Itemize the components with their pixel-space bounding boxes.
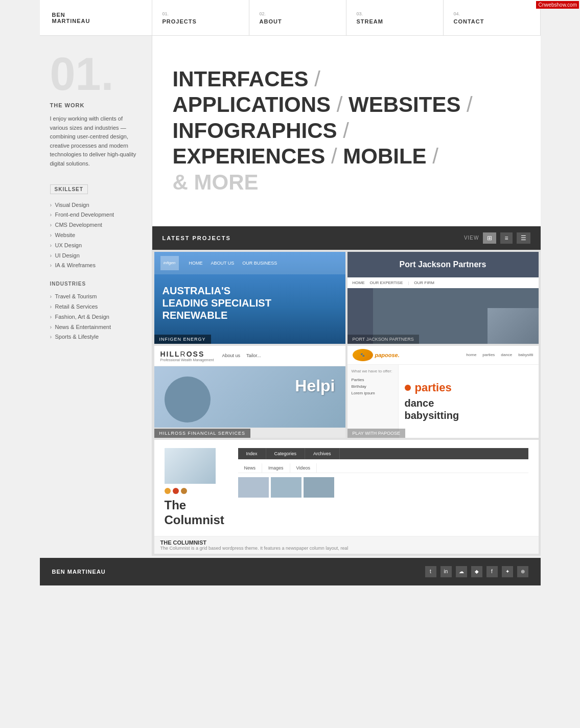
- hr-person: [165, 377, 211, 422]
- infigen-nav: infigen HOME ABOUT US OUR BUSINESS: [154, 252, 345, 274]
- col-nav-bar: Index Categories Archives: [238, 448, 528, 459]
- hr-logo-group: HILLROSS Professional Wealth Management: [160, 350, 214, 362]
- pp-nav-dance: dance: [501, 353, 512, 357]
- hero-line1: INTERFACES /: [173, 67, 320, 91]
- hero-section: INTERFACES / APPLICATIONS / WEBSITES / I…: [152, 36, 541, 226]
- infigen-logo: infigen: [160, 256, 179, 270]
- view-grid-btn[interactable]: ⊞: [483, 232, 496, 244]
- skill-item: CMS Development: [50, 220, 142, 230]
- projects-header: LATEST PROJECTS VIEW ⊞ ≡ ☰: [152, 226, 541, 250]
- pj-title: Port Jackson Partners: [356, 260, 530, 269]
- project-card-columnist[interactable]: TheColumnist Index Categories Archives N…: [154, 440, 539, 554]
- nav-item-stream[interactable]: 03. STREAM: [346, 0, 444, 35]
- skillset-section: SKILLSET Visual DesignFront-end Developm…: [50, 184, 142, 271]
- twitter-icon[interactable]: t: [425, 566, 436, 577]
- pp-item-lorem: Lorem ipsum: [352, 390, 394, 396]
- hero-line4: EXPERIENCES / MOBILE /: [173, 144, 438, 168]
- star-icon[interactable]: ✦: [502, 566, 513, 577]
- col-thumb-3: [304, 477, 334, 498]
- projects-title: LATEST PROJECTS: [163, 235, 231, 241]
- skill-item: Front-end Development: [50, 210, 142, 220]
- col-label-text: The Columnist is a grid based wordpress …: [160, 546, 532, 551]
- skill-item: IA & Wireframes: [50, 261, 142, 271]
- pp-body: What we have to offer: Parties Birthday …: [347, 365, 539, 438]
- industry-item: Travel & Tourism: [50, 292, 142, 302]
- diamond-icon[interactable]: ◆: [471, 566, 482, 577]
- pj-nav-expertise: OUR EXPERTISE: [370, 280, 403, 285]
- pp-offer-title: What we have to offer:: [352, 369, 394, 373]
- project-card-portjackson[interactable]: Port Jackson Partners HOME OUR EXPERTISE…: [347, 252, 539, 344]
- nav-label: ABOUT: [260, 18, 336, 25]
- col-sub-nav: News Images Videos: [238, 463, 528, 473]
- watermark: Cnwebshow.com: [536, 1, 540, 9]
- hr-nav-tailor: Tailor...: [246, 353, 261, 358]
- infigen-headline: AUSTRALIA'SLEADING SPECIALISTRENEWABLE: [163, 285, 337, 321]
- view-compact-btn[interactable]: ☰: [517, 232, 530, 244]
- nav-item-about[interactable]: 02. ABOUT: [249, 0, 346, 35]
- infigen-body: AUSTRALIA'SLEADING SPECIALISTRENEWABLE: [154, 274, 345, 344]
- infigen-nav-about: ABOUT US: [211, 261, 235, 266]
- nav-item-contact[interactable]: 04. CONTACT: [444, 0, 541, 35]
- skill-item: Website: [50, 230, 142, 241]
- hr-nav-about: About us: [222, 353, 240, 358]
- col-nav-categories: Categories: [266, 448, 306, 459]
- hero-line5: & MORE: [173, 170, 259, 194]
- col-label-title: THE COLUMNIST: [160, 539, 532, 546]
- skill-item: Visual Design: [50, 200, 142, 210]
- pp-category-dance: dance: [405, 397, 532, 409]
- header: BEN MARTINEAU 01. PROJECTS 02. ABOUT 03.…: [40, 0, 541, 36]
- nav-number: 01.: [163, 11, 239, 16]
- hr-body: Helpi: [154, 366, 345, 438]
- col-nav-archives: Archives: [305, 448, 340, 459]
- main-nav: 01. PROJECTS 02. ABOUT 03. STREAM 04. CO…: [152, 0, 541, 35]
- pp-top: 🐾 papoose. home parties dance babysitti: [347, 346, 539, 365]
- infigen-nav-business: OUR BUSINESS: [242, 261, 277, 266]
- infigen-nav-links: HOME ABOUT US OUR BUSINESS: [189, 261, 277, 266]
- pp-nav-babysitting: babysitti: [518, 353, 533, 357]
- projects-section: LATEST PROJECTS VIEW ⊞ ≡ ☰ infigen: [152, 226, 541, 556]
- facebook-icon[interactable]: f: [486, 566, 498, 577]
- view-list-btn[interactable]: ≡: [500, 232, 512, 244]
- col-nav-index: Index: [238, 448, 266, 459]
- infigen-logo-text: infigen: [164, 261, 176, 265]
- pj-person: [488, 308, 539, 344]
- sidebar-description: I enjoy working with clients of various …: [50, 114, 142, 169]
- pp-item-parties: Parties: [352, 377, 394, 383]
- project-card-hillross[interactable]: HILLROSS Professional Wealth Management …: [154, 346, 345, 438]
- cloud-icon[interactable]: ☁: [456, 566, 467, 577]
- pj-title-bar: Port Jackson Partners: [347, 252, 539, 277]
- nav-label: PROJECTS: [163, 18, 239, 25]
- projects-grid: infigen HOME ABOUT US OUR BUSINESS AUSTR…: [152, 250, 541, 556]
- infigen-mockup: infigen HOME ABOUT US OUR BUSINESS AUSTR…: [154, 252, 345, 344]
- nav-item-projects[interactable]: 01. PROJECTS: [152, 0, 249, 35]
- industry-item: Sports & Lifestyle: [50, 332, 142, 342]
- col-thumb-1: [238, 477, 269, 498]
- logo[interactable]: BEN MARTINEAU: [40, 0, 152, 35]
- industry-item: Retail & Services: [50, 302, 142, 312]
- hr-headline: Helpi: [295, 377, 335, 395]
- pp-nav-home: home: [466, 353, 476, 357]
- section-number: 01.: [50, 51, 142, 97]
- hr-nav: HILLROSS Professional Wealth Management …: [154, 346, 345, 366]
- content-area: INTERFACES / APPLICATIONS / WEBSITES / I…: [152, 36, 541, 556]
- skill-item: UI Design: [50, 251, 142, 261]
- project-card-papoose[interactable]: 🐾 papoose. home parties dance babysitti: [347, 346, 539, 438]
- col-content: TheColumnist Index Categories Archives N…: [154, 440, 539, 536]
- nav-label: STREAM: [357, 18, 433, 25]
- col-title: TheColumnist: [165, 498, 226, 528]
- linkedin-icon[interactable]: in: [440, 566, 452, 577]
- hero-line3: INFOGRAPHICS /: [173, 119, 349, 143]
- hr-nav-links: About us Tailor...: [222, 353, 261, 358]
- pj-nav-home: HOME: [353, 280, 365, 285]
- infigen-nav-home: HOME: [189, 261, 203, 266]
- columnist-mockup: TheColumnist Index Categories Archives N…: [154, 440, 539, 554]
- view-label: VIEW: [464, 235, 479, 241]
- hr-logo: HILLROSS: [160, 350, 214, 358]
- circle-icon[interactable]: ⊕: [517, 566, 528, 577]
- hero-title: INTERFACES / APPLICATIONS / WEBSITES / I…: [173, 66, 520, 195]
- col-label-bar: THE COLUMNIST The Columnist is a grid ba…: [154, 536, 539, 554]
- pp-item-birthday: Birthday: [352, 383, 394, 390]
- hero-line2: APPLICATIONS / WEBSITES /: [173, 92, 473, 116]
- project-card-infigen[interactable]: infigen HOME ABOUT US OUR BUSINESS AUSTR…: [154, 252, 345, 344]
- col-thumbnail: [165, 448, 216, 484]
